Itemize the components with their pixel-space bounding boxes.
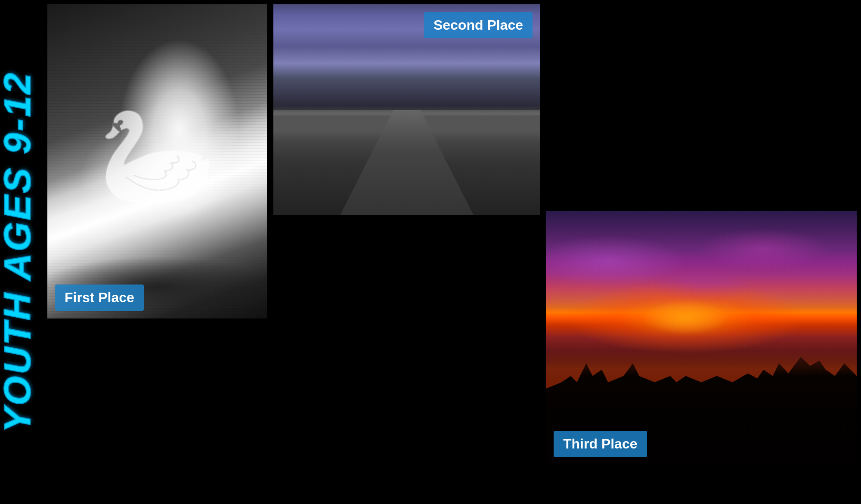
first-place-image <box>47 4 267 318</box>
third-place-container: Third Place <box>546 211 857 465</box>
third-place-label: Third Place <box>554 431 647 457</box>
second-place-label: Second Place <box>424 12 533 38</box>
first-place-label: First Place <box>55 284 144 311</box>
third-place-image <box>546 211 857 465</box>
second-place-container: Second Place <box>273 4 540 215</box>
first-place-container: First Place <box>47 4 267 318</box>
page-title: YOUTH AGES 9-12 <box>0 0 34 504</box>
